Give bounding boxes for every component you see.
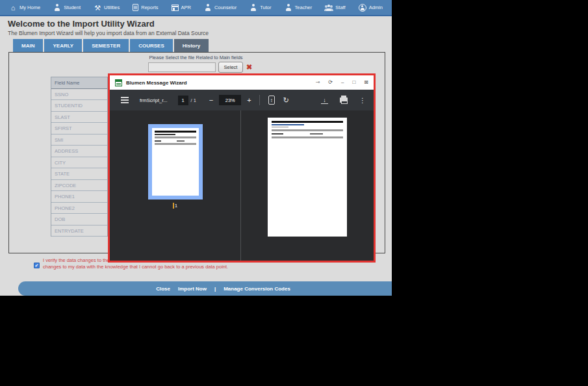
pdf-toolbar: frmScript_r... / 1 − 23% + ↕ ↻ ↓ ⋮ (110, 90, 374, 110)
remove-file-icon[interactable]: ✖ (246, 63, 252, 71)
thumbnail-page-preview (152, 128, 199, 196)
select-file-button[interactable]: Select (218, 62, 243, 73)
nav-item-label: Teacher (295, 5, 313, 10)
window-controls: ⊸ ⟳ – □ ⊠ (316, 79, 368, 86)
footer-separator: | (214, 286, 216, 292)
report-form-icon (115, 79, 122, 86)
field-row[interactable]: ZIPCODE (51, 180, 107, 192)
field-row[interactable]: DOB (51, 214, 107, 225)
dialog-title: Blumen Message Wizard (126, 80, 312, 86)
nav-item-reports[interactable]: Reports (133, 4, 158, 11)
nav-item-label: Student (64, 5, 81, 10)
field-mapping-table: Field Name SSNOSTUDENTIDSLASTSFIRSTSMIAD… (51, 77, 108, 237)
field-row[interactable]: PHONE1 (51, 191, 107, 203)
people-icon (325, 4, 333, 12)
text-cursor (173, 203, 174, 209)
verify-line2: changes to my data with the knowledge th… (43, 264, 381, 270)
close-button[interactable]: Close (156, 286, 170, 292)
menu-icon[interactable] (121, 99, 129, 101)
nav-item-staff[interactable]: Staff (325, 4, 345, 12)
home-icon: ⌂ (9, 4, 17, 12)
field-row[interactable]: SMI (51, 135, 107, 146)
person-circle-icon (359, 4, 366, 12)
tab-main[interactable]: MAIN (13, 39, 43, 52)
report-icon (133, 4, 138, 11)
field-row[interactable]: SFIRST (51, 123, 107, 135)
nav-item-counselor[interactable]: Counselor (204, 4, 236, 12)
nav-item-label: Tutor (260, 5, 271, 10)
file-path-input[interactable] (148, 62, 216, 72)
nav-item-label: Staff (335, 5, 345, 10)
page-subtitle: The Blumen Import Wizard will help you i… (8, 30, 209, 36)
refresh-icon[interactable]: ⟳ (328, 79, 333, 86)
import-now-button[interactable]: Import Now (178, 286, 207, 292)
zoom-level: 23% (219, 95, 241, 105)
field-row[interactable]: ENTRYDATE (51, 225, 107, 237)
rotate-icon[interactable]: ↻ (283, 96, 289, 105)
file-select-prompt: Please Select the file Related to Main f… (0, 55, 392, 60)
pin-icon[interactable]: ⊸ (316, 79, 320, 86)
field-table-header: Field Name (51, 77, 107, 89)
pdf-viewer-body: 1 (110, 110, 374, 261)
nav-item-admin[interactable]: Admin (359, 4, 383, 12)
window-icon (172, 5, 179, 11)
more-options-icon[interactable]: ⋮ (359, 97, 366, 104)
print-icon[interactable] (340, 97, 348, 103)
pdf-filename: frmScript_r... (140, 97, 168, 103)
document-view-panel[interactable] (241, 110, 374, 261)
download-icon[interactable]: ↓ (321, 97, 328, 104)
field-row[interactable]: ADDRESS (51, 146, 107, 157)
page-number-input[interactable] (178, 96, 188, 105)
top-nav: ⌂ My Home Student ⚒ Utilities Reports AP… (0, 0, 392, 16)
nav-item-utilities[interactable]: ⚒ Utilities (94, 4, 120, 12)
field-row[interactable]: CITY (51, 157, 107, 169)
nav-item-student[interactable]: Student (53, 4, 81, 12)
manage-conversion-codes-button[interactable]: Manage Conversion Codes (224, 286, 290, 292)
field-row[interactable]: SLAST (51, 112, 107, 123)
tab-history[interactable]: History (174, 39, 209, 52)
person-icon (204, 4, 212, 12)
page-total-label: / 1 (191, 97, 196, 103)
page-thumbnail[interactable] (148, 124, 203, 199)
nav-item-my-home[interactable]: ⌂ My Home (9, 4, 40, 12)
field-row[interactable]: STUDENTID (51, 100, 107, 112)
maximize-icon[interactable]: □ (352, 79, 355, 86)
minimize-icon[interactable]: – (341, 79, 344, 86)
screen: ⌂ My Home Student ⚒ Utilities Reports AP… (0, 0, 588, 386)
nav-item-label: Admin (369, 5, 383, 10)
person-icon (249, 4, 257, 12)
nav-item-teacher[interactable]: Teacher (285, 4, 313, 12)
nav-item-label: Counselor (214, 5, 236, 10)
field-row[interactable]: STATE (51, 168, 107, 180)
verify-checkbox[interactable]: ✔ (34, 263, 40, 268)
nav-item-label: APR (181, 5, 191, 10)
tab-courses[interactable]: COURSES (130, 39, 173, 52)
tools-icon: ⚒ (94, 4, 101, 12)
thumbnail-panel: 1 (110, 110, 241, 261)
tab-yearly[interactable]: YEARLY (44, 39, 82, 52)
nav-item-label: Reports (141, 5, 158, 10)
thumbnail-page-number: 1 (173, 203, 177, 209)
dialog-title-bar[interactable]: Blumen Message Wizard ⊸ ⟳ – □ ⊠ (110, 75, 374, 90)
close-icon[interactable]: ⊠ (364, 79, 368, 86)
field-row[interactable]: SSNO (51, 89, 107, 101)
document-page (268, 118, 347, 237)
nav-item-apr[interactable]: APR (172, 5, 191, 11)
toolbar-divider (259, 95, 260, 105)
nav-item-label: Utilities (104, 5, 120, 10)
footer-action-bar: Close Import Now | Manage Conversion Cod… (18, 281, 392, 296)
nav-item-label: My Home (19, 5, 40, 10)
zoom-in-button[interactable]: + (247, 96, 251, 104)
page-title: Welcome to the Import Utility Wizard (8, 19, 155, 29)
app-window: ⌂ My Home Student ⚒ Utilities Reports AP… (0, 0, 392, 296)
person-icon (285, 4, 292, 12)
tab-semester[interactable]: SEMESTER (83, 39, 129, 52)
wizard-tabs: MAINYEARLYSEMESTERCOURSESHistory (13, 39, 209, 52)
fit-to-page-icon[interactable]: ↕ (268, 96, 275, 105)
nav-item-tutor[interactable]: Tutor (249, 4, 271, 12)
blumen-message-wizard-dialog: Blumen Message Wizard ⊸ ⟳ – □ ⊠ frmScrip… (108, 73, 376, 263)
field-row[interactable]: PHONE2 (51, 203, 107, 214)
zoom-out-button[interactable]: − (209, 96, 213, 104)
person-icon (53, 4, 61, 12)
